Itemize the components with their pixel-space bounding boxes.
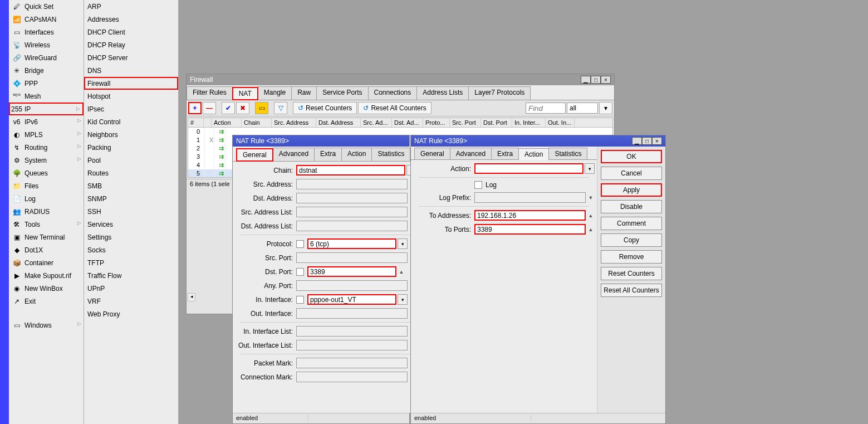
- sidebar-item-wireguard[interactable]: 🔗WireGuard: [9, 51, 84, 64]
- log-checkbox[interactable]: [474, 181, 482, 189]
- add-button[interactable]: +: [188, 102, 202, 114]
- tab-nat[interactable]: NAT: [232, 87, 258, 100]
- reset-all-counters-button[interactable]: ↺Reset All Counters: [358, 102, 431, 114]
- remove-button[interactable]: —: [203, 102, 216, 114]
- sidebar-item-files[interactable]: 📁Files: [9, 179, 84, 192]
- submenu-item-ipsec[interactable]: IPsec: [84, 103, 178, 115]
- outif-input[interactable]: [296, 308, 408, 319]
- submenu-item-kid-control[interactable]: Kid Control: [84, 115, 178, 128]
- submenu-item-neighbors[interactable]: Neighbors: [84, 128, 178, 141]
- sidebar-item-wireless[interactable]: 📡Wireless: [9, 38, 84, 51]
- ok-button[interactable]: OK: [601, 150, 662, 163]
- submenu-item-packing[interactable]: Packing: [84, 141, 178, 154]
- firewall-title-bar[interactable]: Firewall ▁ □ ×: [187, 74, 614, 85]
- outiflist-input[interactable]: [296, 340, 408, 350]
- disable-button[interactable]: ✖: [236, 102, 249, 114]
- tab-connections[interactable]: Connections: [368, 86, 418, 100]
- submenu-item-hotspot[interactable]: Hotspot: [84, 90, 178, 103]
- submenu-item-routes[interactable]: Routes: [84, 167, 178, 179]
- sidebar-item-routing[interactable]: ↯Routing▷: [9, 141, 84, 154]
- minimize-icon[interactable]: ▁: [581, 76, 591, 84]
- sidebar-item-windows[interactable]: ▭Windows▷: [9, 319, 84, 332]
- submenu-item-arp[interactable]: ARP: [84, 0, 178, 13]
- inif-dropdown[interactable]: ▾: [398, 294, 408, 305]
- sidebar-item-quick-set[interactable]: 🖊Quick Set: [9, 0, 84, 13]
- tab-raw[interactable]: Raw: [291, 86, 317, 100]
- copy-button[interactable]: Copy: [601, 233, 662, 247]
- sidebar-item-ipv6[interactable]: v6IPv6▷: [9, 115, 84, 128]
- disable-button[interactable]: Disable: [601, 200, 662, 213]
- action-dropdown[interactable]: ▾: [585, 163, 595, 174]
- reset-all-counters-button[interactable]: Reset All Counters: [601, 284, 662, 297]
- sidebar-item-capsman[interactable]: 📶CAPsMAN: [9, 13, 84, 26]
- sidebar-item-container[interactable]: 📦Container: [9, 256, 84, 269]
- toport-input[interactable]: [474, 224, 586, 235]
- filter-all-select[interactable]: all: [567, 103, 598, 114]
- maximize-icon[interactable]: □: [642, 137, 652, 145]
- submenu-item-snmp[interactable]: SNMP: [84, 192, 178, 205]
- reset-counters-button[interactable]: ↺Reset Counters: [293, 102, 357, 114]
- protocol-input[interactable]: [307, 238, 396, 249]
- srcaddr-input[interactable]: [296, 179, 408, 189]
- submenu-item-upnp[interactable]: UPnP: [84, 282, 178, 295]
- tab-service-ports[interactable]: Service Ports: [316, 86, 368, 100]
- close-icon[interactable]: ×: [601, 76, 611, 84]
- comment-button[interactable]: ▭: [255, 102, 268, 114]
- submenu-item-socks[interactable]: Socks: [84, 243, 178, 256]
- dstport-input[interactable]: [307, 266, 396, 277]
- find-input[interactable]: [526, 103, 566, 114]
- srcport-input[interactable]: [296, 252, 408, 263]
- submenu-item-settings[interactable]: Settings: [84, 231, 178, 243]
- collapse-icon[interactable]: ▲: [587, 212, 595, 220]
- filter-button[interactable]: ▽: [274, 102, 287, 114]
- tab-filter-rules[interactable]: Filter Rules: [187, 86, 233, 100]
- maximize-icon[interactable]: □: [591, 76, 601, 84]
- sidebar-item-make-supout-rif[interactable]: ▶Make Supout.rif: [9, 269, 84, 282]
- iniflist-input[interactable]: [296, 326, 408, 337]
- expand-icon[interactable]: ▼: [587, 194, 595, 202]
- submenu-item-services[interactable]: Services: [84, 218, 178, 231]
- tab-action[interactable]: Action: [341, 148, 372, 161]
- reset-counters-button[interactable]: Reset Counters: [601, 267, 662, 280]
- minimize-icon[interactable]: ▁: [632, 137, 642, 145]
- tab-statistics[interactable]: Statistics: [548, 148, 587, 159]
- sidebar-item-dot1x[interactable]: ◆Dot1X: [9, 243, 84, 256]
- col-header[interactable]: Src. Address: [272, 118, 316, 127]
- col-header[interactable]: Dst. Ad...: [392, 118, 423, 127]
- dstaddr-input[interactable]: [296, 193, 408, 203]
- col-header[interactable]: Out. In...: [546, 118, 575, 127]
- submenu-item-dhcp-client[interactable]: DHCP Client: [84, 26, 178, 38]
- toaddr-input[interactable]: [474, 210, 586, 221]
- tab-extra[interactable]: Extra: [491, 148, 519, 159]
- dstaddrlist-input[interactable]: [296, 221, 408, 231]
- sidebar-item-queues[interactable]: 🌳Queues: [9, 167, 84, 179]
- inif-invert-checkbox[interactable]: [296, 296, 304, 304]
- apply-button[interactable]: Apply: [601, 183, 662, 197]
- col-header[interactable]: Action: [212, 118, 242, 127]
- sidebar-item-tools[interactable]: 🛠Tools▷: [9, 218, 84, 231]
- sidebar-item-new-terminal[interactable]: ▣New Terminal: [9, 231, 84, 243]
- submenu-item-dns[interactable]: DNS: [84, 64, 178, 77]
- col-header[interactable]: Dst. Address: [316, 118, 361, 127]
- col-header[interactable]: Src. Port: [450, 118, 481, 127]
- tab-statistics[interactable]: Statistics: [371, 148, 410, 161]
- col-header[interactable]: Chain: [242, 118, 272, 127]
- sidebar-item-mesh[interactable]: °⁰°Mesh: [9, 90, 84, 103]
- anyport-input[interactable]: [296, 280, 408, 291]
- srcaddrlist-input[interactable]: [296, 207, 408, 217]
- sidebar-item-exit[interactable]: ↗Exit: [9, 295, 84, 308]
- cancel-button[interactable]: Cancel: [601, 167, 662, 180]
- tab-advanced[interactable]: Advanced: [273, 148, 315, 161]
- dstport-invert-checkbox[interactable]: [296, 268, 304, 276]
- tab-general[interactable]: General: [236, 148, 273, 162]
- close-icon[interactable]: ×: [652, 137, 662, 145]
- col-header[interactable]: Src. Ad...: [361, 118, 392, 127]
- tab-action[interactable]: Action: [518, 148, 549, 160]
- submenu-item-smb[interactable]: SMB: [84, 179, 178, 192]
- sidebar-item-ppp[interactable]: 💠PPP: [9, 77, 84, 90]
- col-header[interactable]: Dst. Port: [481, 118, 512, 127]
- nat-rule-general-titlebar[interactable]: NAT Rule <3389>: [233, 135, 409, 147]
- sidebar-item-log[interactable]: 📄Log: [9, 192, 84, 205]
- collapse-icon[interactable]: ▲: [587, 226, 595, 233]
- sidebar-item-mpls[interactable]: ◐MPLS▷: [9, 128, 84, 141]
